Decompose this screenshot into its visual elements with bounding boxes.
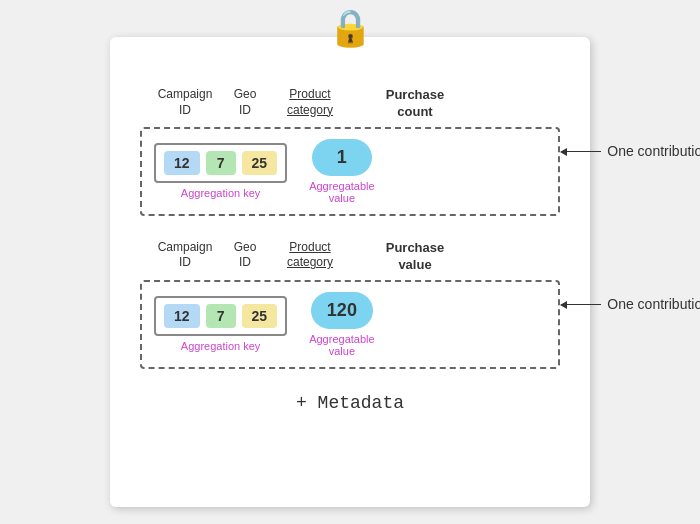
campaign-id-header-2: Campaign ID bbox=[150, 240, 220, 271]
product-category-header-2: Product category bbox=[270, 240, 350, 271]
dashed-box-1: 12 7 25 Aggregation key 1 Aggregatable v… bbox=[140, 127, 560, 216]
contribution-section-2: Campaign ID Geo ID Product category Purc… bbox=[140, 240, 560, 369]
agg-value-label-2: Aggregatable value bbox=[309, 333, 374, 357]
agg-key-label-1: Aggregation key bbox=[181, 187, 261, 199]
value-column-1: 1 Aggregatable value bbox=[309, 139, 374, 204]
product-category-header-1: Product category bbox=[270, 87, 350, 118]
geo-cell-2: 7 bbox=[206, 304, 236, 328]
product-cell-2: 25 bbox=[242, 304, 278, 328]
annotation-line-2 bbox=[561, 304, 601, 305]
campaign-cell-1: 12 bbox=[164, 151, 200, 175]
key-column-2: 12 7 25 Aggregation key bbox=[154, 296, 287, 352]
key-column-1: 12 7 25 Aggregation key bbox=[154, 143, 287, 199]
metadata-text: + Metadata bbox=[140, 393, 560, 413]
contribution-section-1: Campaign ID Geo ID Product category Purc… bbox=[140, 87, 560, 216]
agg-value-bubble-1: 1 bbox=[312, 139, 372, 176]
annotation-text-2: One contribution bbox=[607, 296, 700, 312]
page-wrapper: 🔒 Campaign ID Geo ID Product category Pu… bbox=[10, 7, 690, 517]
lock-icon: 🔒 bbox=[328, 7, 373, 49]
annotation-1: One contribution bbox=[561, 143, 700, 159]
geo-id-header-2: Geo ID bbox=[220, 240, 270, 271]
annotation-2: One contribution bbox=[561, 296, 700, 312]
key-group-1: 12 7 25 bbox=[154, 143, 287, 183]
product-cell-1: 25 bbox=[242, 151, 278, 175]
card: Campaign ID Geo ID Product category Purc… bbox=[110, 37, 590, 507]
dashed-box-2: 12 7 25 Aggregation key 120 Aggregatable… bbox=[140, 280, 560, 369]
annotation-line-1 bbox=[561, 151, 601, 152]
agg-value-label-1: Aggregatable value bbox=[309, 180, 374, 204]
key-group-2: 12 7 25 bbox=[154, 296, 287, 336]
column-headers-2: Campaign ID Geo ID Product category Purc… bbox=[140, 240, 560, 274]
agg-value-bubble-2: 120 bbox=[311, 292, 373, 329]
column-headers-1: Campaign ID Geo ID Product category Purc… bbox=[140, 87, 560, 121]
geo-cell-1: 7 bbox=[206, 151, 236, 175]
geo-id-header-1: Geo ID bbox=[220, 87, 270, 118]
campaign-cell-2: 12 bbox=[164, 304, 200, 328]
purchase-count-header-1: Purchase count bbox=[370, 87, 460, 121]
campaign-id-header-1: Campaign ID bbox=[150, 87, 220, 118]
annotation-text-1: One contribution bbox=[607, 143, 700, 159]
agg-key-label-2: Aggregation key bbox=[181, 340, 261, 352]
purchase-value-header-2: Purchase value bbox=[370, 240, 460, 274]
value-column-2: 120 Aggregatable value bbox=[309, 292, 374, 357]
